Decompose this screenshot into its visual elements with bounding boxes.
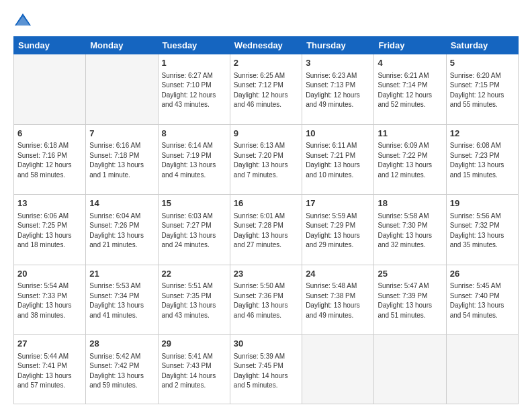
day-number: 11 (378, 128, 442, 140)
day-info: Sunrise: 6:21 AM Sunset: 7:14 PM Dayligh… (378, 72, 432, 109)
day-info: Sunrise: 6:25 AM Sunset: 7:12 PM Dayligh… (234, 72, 288, 109)
day-cell: 21Sunrise: 5:53 AM Sunset: 7:34 PM Dayli… (86, 265, 158, 335)
day-cell (302, 335, 374, 404)
week-row-5: 27Sunrise: 5:44 AM Sunset: 7:41 PM Dayli… (14, 335, 519, 404)
page: SundayMondayTuesdayWednesdayThursdayFrid… (0, 0, 532, 411)
day-info: Sunrise: 5:50 AM Sunset: 7:36 PM Dayligh… (234, 282, 288, 319)
day-number: 23 (234, 268, 298, 280)
day-number: 7 (89, 128, 154, 140)
logo-icon (13, 11, 32, 30)
day-number: 3 (306, 57, 370, 69)
day-info: Sunrise: 5:51 AM Sunset: 7:35 PM Dayligh… (162, 282, 216, 319)
col-header-saturday: Saturday (446, 37, 518, 54)
day-info: Sunrise: 5:54 AM Sunset: 7:33 PM Dayligh… (17, 282, 72, 319)
day-cell: 17Sunrise: 5:59 AM Sunset: 7:29 PM Dayli… (302, 195, 374, 265)
day-number: 27 (17, 338, 82, 350)
day-number: 10 (306, 128, 370, 140)
day-info: Sunrise: 6:18 AM Sunset: 7:16 PM Dayligh… (17, 142, 72, 179)
day-cell: 6Sunrise: 6:18 AM Sunset: 7:16 PM Daylig… (14, 124, 86, 195)
day-info: Sunrise: 6:23 AM Sunset: 7:13 PM Dayligh… (306, 72, 360, 109)
week-row-2: 6Sunrise: 6:18 AM Sunset: 7:16 PM Daylig… (14, 124, 519, 195)
day-cell: 14Sunrise: 6:04 AM Sunset: 7:26 PM Dayli… (86, 195, 158, 265)
day-cell: 25Sunrise: 5:47 AM Sunset: 7:39 PM Dayli… (374, 265, 446, 335)
day-cell: 12Sunrise: 6:08 AM Sunset: 7:23 PM Dayli… (446, 124, 518, 195)
day-cell (86, 54, 158, 125)
day-number: 26 (450, 268, 515, 280)
day-number: 12 (450, 128, 515, 140)
day-info: Sunrise: 5:44 AM Sunset: 7:41 PM Dayligh… (17, 353, 72, 390)
day-number: 20 (17, 268, 82, 280)
day-info: Sunrise: 6:11 AM Sunset: 7:21 PM Dayligh… (306, 142, 360, 179)
day-info: Sunrise: 6:01 AM Sunset: 7:28 PM Dayligh… (234, 212, 288, 249)
week-row-4: 20Sunrise: 5:54 AM Sunset: 7:33 PM Dayli… (14, 265, 519, 335)
col-header-tuesday: Tuesday (158, 37, 230, 54)
day-cell: 1Sunrise: 6:27 AM Sunset: 7:10 PM Daylig… (158, 54, 230, 125)
day-cell: 27Sunrise: 5:44 AM Sunset: 7:41 PM Dayli… (14, 335, 86, 404)
day-cell: 8Sunrise: 6:14 AM Sunset: 7:19 PM Daylig… (158, 124, 230, 195)
day-cell: 24Sunrise: 5:48 AM Sunset: 7:38 PM Dayli… (302, 265, 374, 335)
day-cell: 10Sunrise: 6:11 AM Sunset: 7:21 PM Dayli… (302, 124, 374, 195)
day-info: Sunrise: 5:53 AM Sunset: 7:34 PM Dayligh… (89, 282, 144, 319)
day-cell: 15Sunrise: 6:03 AM Sunset: 7:27 PM Dayli… (158, 195, 230, 265)
day-cell: 5Sunrise: 6:20 AM Sunset: 7:15 PM Daylig… (446, 54, 518, 125)
day-info: Sunrise: 5:56 AM Sunset: 7:32 PM Dayligh… (450, 212, 504, 249)
day-cell (446, 335, 518, 404)
day-info: Sunrise: 5:47 AM Sunset: 7:39 PM Dayligh… (378, 282, 432, 319)
day-info: Sunrise: 6:20 AM Sunset: 7:15 PM Dayligh… (450, 72, 504, 109)
day-info: Sunrise: 5:59 AM Sunset: 7:29 PM Dayligh… (306, 212, 360, 249)
day-cell: 23Sunrise: 5:50 AM Sunset: 7:36 PM Dayli… (230, 265, 302, 335)
day-info: Sunrise: 6:09 AM Sunset: 7:22 PM Dayligh… (378, 142, 432, 179)
day-cell: 4Sunrise: 6:21 AM Sunset: 7:14 PM Daylig… (374, 54, 446, 125)
day-cell: 28Sunrise: 5:42 AM Sunset: 7:42 PM Dayli… (86, 335, 158, 404)
day-number: 2 (234, 57, 298, 69)
header (13, 11, 519, 30)
logo (13, 11, 35, 30)
day-cell: 30Sunrise: 5:39 AM Sunset: 7:45 PM Dayli… (230, 335, 302, 404)
week-row-3: 13Sunrise: 6:06 AM Sunset: 7:25 PM Dayli… (14, 195, 519, 265)
day-number: 18 (378, 197, 442, 210)
col-header-wednesday: Wednesday (230, 37, 302, 54)
day-number: 4 (378, 57, 442, 69)
day-number: 21 (89, 268, 154, 280)
day-info: Sunrise: 6:27 AM Sunset: 7:10 PM Dayligh… (162, 72, 216, 109)
day-info: Sunrise: 5:42 AM Sunset: 7:42 PM Dayligh… (89, 353, 144, 390)
day-number: 15 (162, 197, 226, 210)
day-info: Sunrise: 5:58 AM Sunset: 7:30 PM Dayligh… (378, 212, 432, 249)
day-number: 24 (306, 268, 370, 280)
col-header-thursday: Thursday (302, 37, 374, 54)
day-info: Sunrise: 5:45 AM Sunset: 7:40 PM Dayligh… (450, 282, 504, 319)
day-cell: 9Sunrise: 6:13 AM Sunset: 7:20 PM Daylig… (230, 124, 302, 195)
day-number: 5 (450, 57, 515, 69)
day-cell: 20Sunrise: 5:54 AM Sunset: 7:33 PM Dayli… (14, 265, 86, 335)
day-number: 13 (17, 197, 82, 210)
day-number: 14 (89, 197, 154, 210)
col-header-monday: Monday (86, 37, 158, 54)
day-cell: 26Sunrise: 5:45 AM Sunset: 7:40 PM Dayli… (446, 265, 518, 335)
day-number: 8 (162, 128, 226, 140)
header-row: SundayMondayTuesdayWednesdayThursdayFrid… (14, 37, 519, 54)
day-number: 30 (234, 338, 298, 350)
day-cell: 16Sunrise: 6:01 AM Sunset: 7:28 PM Dayli… (230, 195, 302, 265)
calendar-table: SundayMondayTuesdayWednesdayThursdayFrid… (13, 36, 519, 404)
col-header-sunday: Sunday (14, 37, 86, 54)
day-number: 22 (162, 268, 226, 280)
day-cell: 29Sunrise: 5:41 AM Sunset: 7:43 PM Dayli… (158, 335, 230, 404)
day-number: 29 (162, 338, 226, 350)
day-cell: 18Sunrise: 5:58 AM Sunset: 7:30 PM Dayli… (374, 195, 446, 265)
day-info: Sunrise: 6:04 AM Sunset: 7:26 PM Dayligh… (89, 212, 144, 249)
day-number: 17 (306, 197, 370, 210)
week-row-1: 1Sunrise: 6:27 AM Sunset: 7:10 PM Daylig… (14, 54, 519, 125)
day-cell (14, 54, 86, 125)
day-info: Sunrise: 5:41 AM Sunset: 7:43 PM Dayligh… (162, 353, 216, 390)
day-info: Sunrise: 5:48 AM Sunset: 7:38 PM Dayligh… (306, 282, 360, 319)
day-number: 19 (450, 197, 515, 210)
day-number: 28 (89, 338, 154, 350)
day-info: Sunrise: 6:16 AM Sunset: 7:18 PM Dayligh… (89, 142, 144, 179)
day-info: Sunrise: 6:14 AM Sunset: 7:19 PM Dayligh… (162, 142, 216, 179)
day-info: Sunrise: 6:08 AM Sunset: 7:23 PM Dayligh… (450, 142, 504, 179)
day-info: Sunrise: 5:39 AM Sunset: 7:45 PM Dayligh… (234, 353, 288, 390)
day-cell: 22Sunrise: 5:51 AM Sunset: 7:35 PM Dayli… (158, 265, 230, 335)
day-cell: 11Sunrise: 6:09 AM Sunset: 7:22 PM Dayli… (374, 124, 446, 195)
day-cell: 13Sunrise: 6:06 AM Sunset: 7:25 PM Dayli… (14, 195, 86, 265)
day-cell (374, 335, 446, 404)
